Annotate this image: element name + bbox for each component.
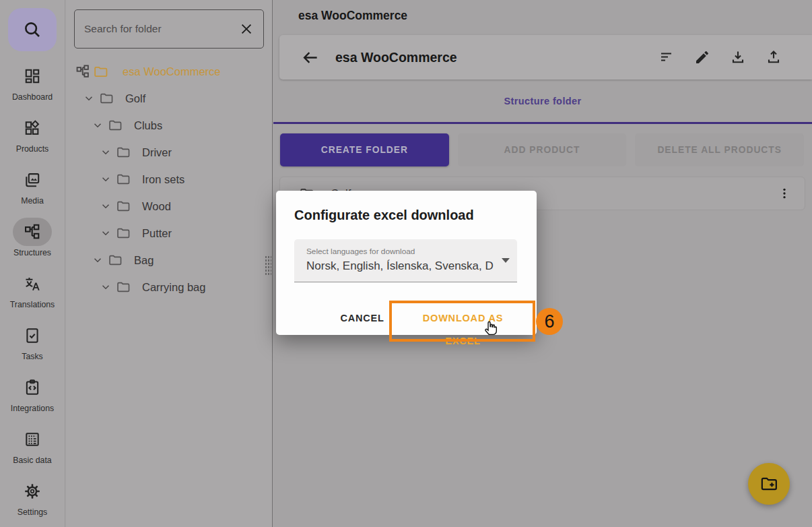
sidebar-item-label: Integrations [11,404,54,413]
sidebar-item-integrations[interactable]: Integrations [11,373,54,413]
structure-toolbar: esa WooCommerce [279,35,812,80]
structures-icon [24,223,41,241]
sidebar-item-basic-data[interactable]: Basic data [13,425,52,465]
folder-search-box [74,9,264,49]
tree-item[interactable]: Bag [66,247,272,274]
sidebar-item-products[interactable]: Products [13,114,52,154]
sidebar-item-label: Structures [13,248,51,257]
tree-item[interactable]: Wood [66,193,272,220]
select-value: Norsk, English, Íslenska, Svenska, D [306,259,498,273]
upload-icon[interactable] [766,49,782,65]
sidebar-item-label: Media [21,196,44,206]
kebab-menu-icon[interactable] [775,183,794,204]
delete-all-products-button[interactable]: DELETE ALL PRODUCTS [635,133,804,166]
sidebar-item-settings[interactable]: Settings [13,477,52,517]
folder-icon [116,145,131,160]
folder-icon [99,91,114,106]
cancel-button[interactable]: CANCEL [329,307,396,330]
folder-icon [116,280,131,294]
chevron-down-icon[interactable] [92,119,104,131]
create-folder-icon [759,474,778,493]
excel-download-dialog: Configurate excel download Select langua… [276,191,537,335]
select-label: Select languages for download [306,247,415,256]
basic-data-icon [24,431,41,448]
dropdown-caret-icon [502,258,510,263]
tree-item[interactable]: Driver [66,139,272,166]
tab-underline [273,122,812,124]
panel-resize-handle[interactable] [264,255,271,276]
create-folder-button[interactable]: CREATE FOLDER [280,133,449,166]
sort-icon[interactable] [658,49,675,65]
close-icon[interactable] [239,22,254,36]
sidebar-item-media[interactable]: Media [13,166,52,206]
sidebar-item-label: Products [16,144,49,154]
add-product-button[interactable]: ADD PRODUCT [458,133,627,166]
folder-icon [93,64,108,80]
tree-item[interactable]: Golf [66,85,272,112]
dashboard-icon [24,67,41,85]
sidebar-item-dashboard[interactable]: Dashboard [12,62,53,102]
folder-icon [116,172,131,187]
integrations-icon [24,379,41,396]
sidebar-item-structures[interactable]: Structures [13,218,52,257]
tab-structure-folder[interactable]: Structure folder [504,96,581,106]
sidebar-item-label: Basic data [13,456,51,465]
tree-item-label: Iron sets [142,173,184,186]
tree-item-label: Wood [142,200,171,213]
language-select[interactable]: Select languages for download Norsk, Eng… [294,239,517,282]
tree-item-label: Driver [142,146,172,159]
products-icon [24,119,41,137]
edit-icon[interactable] [694,49,710,65]
media-icon [24,171,41,189]
folder-tree-panel: esa WooCommerce Golf Clubs [66,0,273,527]
chevron-down-icon[interactable] [100,200,112,212]
action-buttons: CREATE FOLDER ADD PRODUCT DELETE ALL PRO… [280,133,804,166]
folder-search-input[interactable] [84,23,239,35]
chevron-down-icon[interactable] [100,227,112,239]
sidebar-item-label: Settings [18,507,47,517]
tree-item-label: Putter [142,227,172,240]
sidebar-item-label: Dashboard [12,92,53,102]
tab-bar: Structure folder [273,80,812,122]
folder-icon [108,253,123,268]
tree-item-label: Golf [125,92,145,105]
annotation-step-badge: 6 [536,308,563,335]
tree-item-label: Bag [134,254,154,267]
tree-item[interactable]: Clubs [66,112,272,139]
tree-item[interactable]: Iron sets [66,166,272,193]
structure-title: esa WooCommerce [335,50,457,65]
tasks-icon [24,327,41,344]
tree-item-label: esa WooCommerce [123,65,221,78]
chevron-down-icon[interactable] [100,173,112,185]
chevron-down-icon[interactable] [83,92,95,104]
sidebar-item-translations[interactable]: Translations [10,270,55,309]
chevron-down-icon[interactable] [100,146,112,158]
sidebar-item-label: Translations [10,300,55,309]
folder-icon [108,118,123,133]
back-button[interactable] [301,49,319,67]
tree-item[interactable]: Putter [66,220,272,247]
chevron-down-icon[interactable] [92,254,104,266]
folder-tree: esa WooCommerce Golf Clubs [66,58,272,301]
app-sidebar: Dashboard Products Media [0,0,65,527]
tree-item[interactable]: Carrying bag [66,274,272,301]
sidebar-item-tasks[interactable]: Tasks [13,321,52,361]
tree-item-label: Carrying bag [142,281,205,294]
folder-icon [116,199,131,214]
translations-icon [24,275,41,292]
settings-icon [24,483,41,500]
folder-icon [116,226,131,241]
sidebar-item-label: Tasks [22,352,42,361]
create-folder-fab[interactable] [748,463,790,505]
dialog-title: Configurate excel download [294,208,474,223]
download-icon[interactable] [730,49,746,65]
search-icon [22,20,42,40]
tree-item-label: Clubs [134,119,162,132]
page-title: esa WooCommerce [298,9,407,23]
structures-icon [75,64,90,79]
global-search-button[interactable] [8,8,57,51]
chevron-down-icon[interactable] [100,281,112,293]
download-as-excel-button[interactable]: DOWNLOAD AS EXCEL [404,307,522,330]
tree-item-root[interactable]: esa WooCommerce [66,58,272,85]
